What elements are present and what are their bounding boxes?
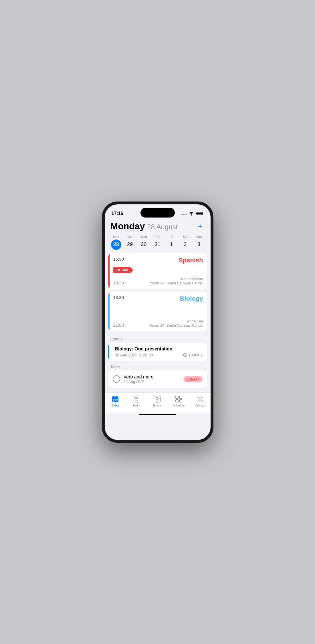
week-day-sat[interactable]: Sat [178, 235, 192, 238]
nav-today[interactable]: Today [107, 395, 124, 407]
event-room-spanish: Room 24, Smith Campus Center [149, 281, 203, 285]
exam-left-bar [108, 343, 109, 361]
week-date-1[interactable]: 1 [165, 240, 178, 250]
svg-point-0 [181, 214, 183, 215]
svg-point-1 [183, 214, 184, 215]
event-end-time-biology: 21:00 [113, 323, 124, 328]
bottom-nav: Today Tasks Exams [105, 392, 211, 413]
nav-tasks[interactable]: Tasks [128, 395, 145, 407]
task-subject-badge: Spanish [183, 376, 203, 382]
event-bar-biology [108, 292, 110, 331]
week-day-sun[interactable]: Sun [192, 235, 206, 238]
event-spacer-biology [113, 304, 203, 317]
event-subject-biology: Biology [180, 295, 203, 302]
settings-icon [196, 395, 204, 403]
svg-rect-20 [156, 397, 158, 398]
event-start-time-spanish: 16:30 [113, 257, 124, 262]
status-icons [181, 212, 204, 216]
week-date-num-28: 28 [111, 240, 121, 250]
header: Monday 28 August + [105, 219, 211, 234]
week-date-2[interactable]: 2 [178, 240, 192, 250]
task-complete-circle[interactable] [113, 375, 120, 383]
nav-settings[interactable]: Settings [191, 395, 209, 407]
nav-exams[interactable]: Exams [149, 395, 166, 407]
exam-title: Biology: Oral presentation [115, 346, 203, 352]
event-subject-spanish: Spanish [179, 257, 203, 264]
progress-badge-spanish: 1h 14m [113, 267, 131, 273]
task-date: 28 Aug 2023 [124, 380, 180, 384]
svg-point-25 [199, 398, 201, 400]
week-day-fri[interactable]: Fri [165, 235, 178, 238]
events-section: 16:30 Spanish 1h 14m 18:30 Robert Wilson… [105, 253, 211, 331]
week-date-num-2: 2 [180, 240, 190, 250]
svg-rect-8 [112, 396, 118, 399]
clock-icon [183, 353, 187, 357]
exam-card-biology[interactable]: Biology: Oral presentation 28 Aug 2023 a… [108, 343, 207, 361]
home-indicator [139, 414, 176, 415]
week-days-header: Mon Tue Wed Thu Fri Sat Sun [109, 235, 206, 238]
dynamic-island [140, 208, 175, 218]
week-date-num-29: 29 [125, 240, 135, 250]
svg-rect-16 [135, 397, 137, 398]
signal-icon [181, 212, 187, 215]
nav-tasks-label: Tasks [133, 404, 140, 407]
svg-rect-12 [115, 399, 116, 400]
exam-date: 28 Aug 2023 at 20:00 [115, 353, 153, 357]
event-content-spanish: 16:30 Spanish 1h 14m 18:30 Robert Wilson… [108, 253, 207, 289]
exam-duration-text: 10 mins [188, 353, 202, 357]
event-details-right-biology: Anna Lee Room 24, Smith Campus Center [149, 319, 203, 328]
event-bar-spanish [108, 253, 110, 289]
svg-rect-11 [113, 399, 114, 400]
week-date-num-31: 31 [152, 240, 163, 250]
task-info: Verb and more 28 Aug 2023 [124, 374, 180, 384]
week-date-num-3: 3 [194, 240, 204, 250]
event-footer-biology: 21:00 Anna Lee Room 24, Smith Campus Cen… [113, 319, 203, 328]
svg-point-2 [184, 214, 185, 215]
week-date-29[interactable]: 29 [123, 240, 137, 250]
tasks-icon [132, 395, 140, 403]
nav-schedule-label: Schedule [173, 404, 185, 407]
event-start-time-biology: 18:30 [113, 295, 124, 300]
add-button[interactable]: + [196, 222, 205, 231]
event-time-row-biology: 18:30 Biology [113, 295, 203, 302]
bottom-spacer [105, 388, 211, 392]
header-date: 28 August [147, 223, 178, 231]
event-teacher-biology: Anna Lee [149, 319, 203, 323]
week-date-31[interactable]: 31 [150, 240, 164, 250]
header-title: Monday 28 August [110, 221, 178, 232]
week-date-30[interactable]: 30 [137, 240, 150, 250]
exam-content: Biology: Oral presentation 28 Aug 2023 a… [113, 346, 203, 357]
phone-frame: 17:16 [102, 202, 213, 443]
event-biology[interactable]: 18:30 Biology 21:00 Anna Lee Room 24, Sm… [108, 292, 207, 331]
week-date-num-1: 1 [166, 240, 177, 250]
nav-schedule[interactable]: Schedule [170, 395, 187, 407]
event-progress-badge-spanish: 1h 14m [113, 265, 203, 275]
week-day-thu[interactable]: Thu [150, 235, 164, 238]
nav-exams-label: Exams [153, 404, 162, 407]
nav-today-label: Today [111, 404, 119, 407]
event-spanish[interactable]: 16:30 Spanish 1h 14m 18:30 Robert Wilson… [108, 253, 207, 289]
svg-rect-18 [135, 400, 138, 400]
svg-rect-10 [116, 396, 117, 397]
event-details-right-spanish: Robert Wilson Room 24, Smith Campus Cent… [149, 277, 203, 285]
week-day-mon[interactable]: Mon [109, 235, 123, 238]
svg-rect-9 [113, 396, 114, 397]
week-date-3[interactable]: 3 [192, 240, 206, 250]
event-end-time-spanish: 18:30 [113, 280, 124, 285]
wifi-icon [189, 212, 194, 216]
week-day-tue[interactable]: Tue [123, 235, 137, 238]
schedule-icon [175, 395, 183, 403]
svg-rect-17 [135, 398, 138, 399]
week-date-28[interactable]: 28 [109, 240, 123, 250]
exam-duration: 10 mins [183, 353, 202, 357]
exam-row: 28 Aug 2023 at 20:00 10 mins [115, 353, 203, 357]
event-teacher-spanish: Robert Wilson [149, 277, 203, 281]
battery-icon [196, 212, 204, 216]
task-card[interactable]: Verb and more 28 Aug 2023 Spanish [108, 370, 207, 388]
status-time: 17:16 [112, 211, 123, 216]
header-day: Monday [110, 221, 145, 232]
week-day-wed[interactable]: Wed [137, 235, 150, 238]
task-row: Verb and more 28 Aug 2023 Spanish [113, 374, 203, 384]
svg-rect-22 [179, 396, 182, 398]
event-content-biology: 18:30 Biology 21:00 Anna Lee Room 24, Sm… [108, 292, 207, 331]
